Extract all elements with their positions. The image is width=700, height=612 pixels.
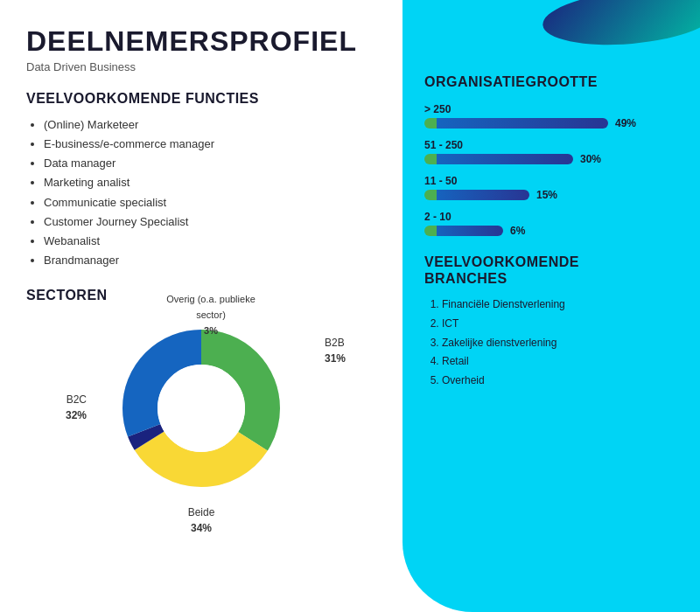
bar-percent-3: 15%: [536, 189, 700, 201]
bar-group-2: 51 - 250 30%: [424, 139, 678, 164]
bar-group-4: 2 - 10 6%: [424, 211, 678, 236]
decorative-oval: [541, 0, 700, 52]
bar-percent-2: 30%: [580, 153, 700, 165]
bar-label-2: 51 - 250: [424, 139, 678, 151]
bar-blue-1: [433, 118, 608, 129]
functions-section: VEELVOORKOMENDE FUNCTIES (Online) Market…: [26, 91, 376, 270]
list-item: Webanalist: [44, 232, 376, 251]
bar-green-2: [424, 154, 437, 164]
functions-section-title: VEELVOORKOMENDE FUNCTIES: [26, 91, 376, 107]
bar-blue-3: [433, 190, 529, 200]
bar-label-3: 11 - 50: [424, 175, 678, 187]
label-beide: Beide 34%: [188, 504, 215, 535]
branch-item-3: Zakelijke dienstverlening: [442, 334, 678, 353]
bar-track-3: 15%: [424, 190, 678, 200]
main-title: DEELNEMERSPROFIEL: [26, 26, 376, 57]
bar-blue-4: [433, 226, 503, 236]
bar-percent-1: 49%: [615, 117, 700, 129]
donut-chart: Overig (o.a. publieke sector) 3% B2B 31%…: [105, 312, 298, 504]
bar-track-1: 49%: [424, 118, 678, 129]
branch-item-5: Overheid: [442, 372, 678, 391]
functions-list: (Online) Marketeer E-business/e-commerce…: [26, 115, 376, 270]
branch-item-2: ICT: [442, 315, 678, 334]
list-item: (Online) Marketeer: [44, 115, 376, 135]
list-item: Customer Journey Specialist: [44, 212, 376, 232]
list-item: Data manager: [44, 154, 376, 173]
list-item: Brandmanager: [44, 251, 376, 270]
label-b2c: B2C 32%: [66, 391, 87, 422]
bar-green-1: [424, 118, 437, 129]
org-size-title: ORGANISATIEGROOTTE: [424, 74, 678, 90]
bar-group-1: > 250 49%: [424, 103, 678, 129]
branches-title: VEELVOORKOMENDEBRANCHES: [424, 254, 678, 287]
bar-label-4: 2 - 10: [424, 211, 678, 223]
bar-track-2: 30%: [424, 154, 678, 164]
org-size-section: ORGANISATIEGROOTTE > 250 49% 51 - 250 30…: [424, 74, 678, 236]
bar-track-4: 6%: [424, 226, 678, 236]
branches-list: Financiële Dienstverlening ICT Zakelijke…: [424, 296, 678, 390]
main-container: DEELNEMERSPROFIEL Data Driven Business V…: [0, 0, 700, 612]
label-b2b: B2B 31%: [325, 334, 346, 365]
main-subtitle: Data Driven Business: [26, 60, 376, 73]
list-item: Marketing analist: [44, 173, 376, 192]
list-item: E-business/e-commerce manager: [44, 135, 376, 154]
donut-chart-container: Overig (o.a. publieke sector) 3% B2B 31%…: [26, 312, 376, 504]
bar-green-3: [424, 190, 437, 200]
bar-blue-2: [433, 154, 573, 164]
bar-percent-4: 6%: [510, 225, 700, 237]
bar-green-4: [424, 226, 437, 236]
list-item: Communicatie specialist: [44, 193, 376, 212]
right-panel: ORGANISATIEGROOTTE > 250 49% 51 - 250 30…: [402, 0, 700, 612]
sectors-section: SECTOREN: [26, 288, 376, 504]
branch-item-1: Financiële Dienstverlening: [442, 296, 678, 315]
left-panel: DEELNEMERSPROFIEL Data Driven Business V…: [0, 0, 402, 612]
branches-section: VEELVOORKOMENDEBRANCHES Financiële Diens…: [424, 254, 678, 390]
bar-group-3: 11 - 50 15%: [424, 175, 678, 200]
label-overig: Overig (o.a. publieke sector) 3%: [163, 290, 259, 337]
bar-label-1: > 250: [424, 103, 678, 115]
branch-item-4: Retail: [442, 352, 678, 372]
chart-labels: Overig (o.a. publieke sector) 3% B2B 31%…: [105, 312, 298, 504]
